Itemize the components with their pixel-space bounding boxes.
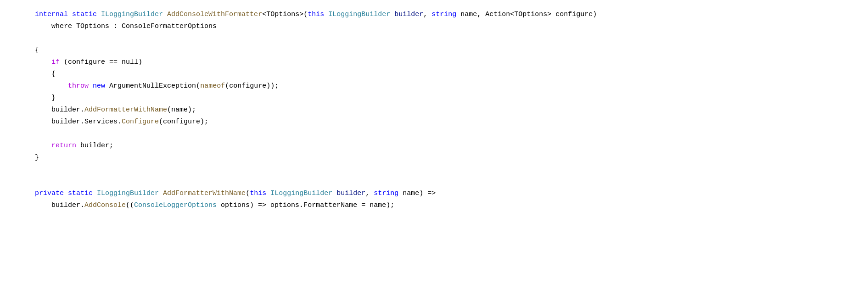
code-token: (configure — [60, 57, 109, 68]
code-token: AddFormatterWithName — [84, 105, 167, 116]
code-line: internal static ILoggingBuilder AddConso… — [0, 9, 868, 21]
code-token: (configure); — [159, 117, 208, 128]
code-token: (( — [126, 200, 134, 211]
code-token: private — [35, 188, 64, 199]
code-line — [0, 33, 868, 45]
code-line: throw new ArgumentNullException(nameof(c… — [0, 81, 868, 93]
code-token: return — [51, 140, 76, 151]
code-token: builder.Services. — [18, 117, 122, 128]
code-token: null) — [118, 57, 142, 68]
code-token: new — [93, 81, 105, 92]
code-token: , — [423, 9, 431, 20]
code-token: <TOptions>( — [262, 9, 308, 20]
code-token: static — [68, 188, 93, 199]
code-token: string — [374, 188, 398, 199]
code-token: this — [308, 9, 324, 20]
code-line: private static ILoggingBuilder AddFormat… — [0, 188, 868, 200]
code-token — [18, 81, 68, 92]
code-token: builder — [394, 9, 423, 20]
code-line: builder.AddConsole((ConsoleLoggerOptions… — [0, 200, 868, 212]
code-token: builder — [336, 188, 365, 199]
code-token: where TOptions : ConsoleFormatterOptions — [18, 21, 217, 32]
code-token: ILoggingBuilder — [324, 9, 394, 20]
code-token: { — [18, 69, 56, 80]
code-token: internal — [18, 9, 68, 20]
code-token — [89, 81, 93, 92]
code-line: return builder; — [0, 140, 868, 152]
code-token: ILoggingBuilder — [97, 9, 167, 20]
code-token: ConsoleLoggerOptions — [134, 200, 217, 211]
code-line — [0, 176, 868, 188]
code-token: builder. — [18, 105, 84, 116]
code-line — [0, 164, 868, 176]
code-token: builder. — [18, 200, 84, 211]
code-line: { — [0, 69, 868, 81]
code-token: == — [109, 57, 118, 68]
code-token: (configure)); — [225, 81, 279, 92]
code-token: } — [18, 152, 39, 163]
code-token: AddConsoleWithFormatter — [167, 9, 262, 20]
code-token — [18, 140, 51, 151]
code-line — [0, 128, 868, 140]
code-token: } — [18, 93, 56, 104]
code-token — [18, 57, 51, 68]
code-token: string — [431, 9, 456, 20]
code-line: builder.Services.Configure(configure); — [0, 117, 868, 128]
code-token: ArgumentNullException( — [105, 81, 200, 92]
code-token: name) => — [398, 188, 436, 199]
code-token: ( — [246, 188, 250, 199]
code-token: if — [51, 57, 60, 68]
code-token: { — [18, 45, 39, 56]
code-token: name, Action<TOptions> configure) — [456, 9, 597, 20]
code-token: (name); — [167, 105, 196, 116]
code-token: options) => options.FormatterName = name… — [217, 200, 394, 211]
code-token: nameof — [200, 81, 225, 92]
code-line: builder.AddFormatterWithName(name); — [0, 105, 868, 117]
code-token — [64, 188, 68, 199]
code-line: where TOptions : ConsoleFormatterOptions — [0, 21, 868, 33]
code-token: , — [365, 188, 374, 199]
code-token: this — [250, 188, 266, 199]
code-line: if (configure == null) — [0, 57, 868, 69]
code-token: static — [72, 9, 97, 20]
code-token: throw — [68, 81, 89, 92]
code-token — [68, 9, 72, 20]
code-line: { — [0, 45, 868, 57]
code-line: } — [0, 93, 868, 105]
code-token: AddConsole — [84, 200, 126, 211]
code-token: ILoggingBuilder — [266, 188, 336, 199]
code-editor: internal static ILoggingBuilder AddConso… — [0, 0, 868, 284]
code-token: AddFormatterWithName — [163, 188, 246, 199]
code-token: builder; — [76, 140, 113, 151]
code-token: ILoggingBuilder — [93, 188, 163, 199]
code-line: } — [0, 152, 868, 164]
code-token — [18, 188, 35, 199]
code-token: Configure — [122, 117, 159, 128]
